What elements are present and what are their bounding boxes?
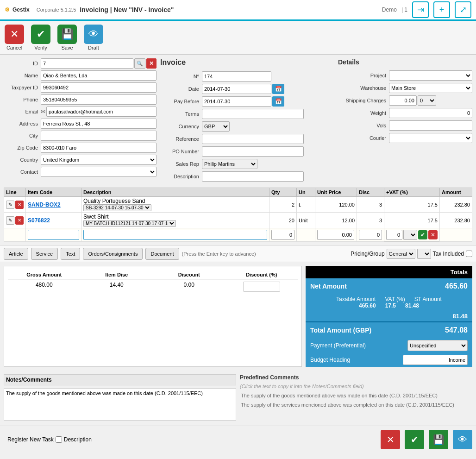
reference-input[interactable] (202, 134, 304, 144)
id-label: ID (4, 61, 41, 66)
budget-input[interactable] (403, 355, 468, 365)
row-vat: 17.5 (384, 197, 440, 213)
warehouse-select[interactable]: Main Store (389, 83, 472, 93)
description-input[interactable] (202, 171, 304, 182)
taxable-label: Taxable Amount (336, 296, 376, 302)
customer-id-input[interactable] (41, 58, 133, 69)
bottom-verify-button[interactable]: ✔ (405, 430, 424, 449)
customer-clear-button[interactable]: ✕ (146, 58, 157, 69)
invoice-number-input[interactable] (202, 71, 271, 82)
totals-right: Totals Net Amount 465.60 Taxable Amount … (306, 266, 472, 367)
discount-pct-header: Discount (%) (225, 270, 298, 280)
add-service-button[interactable]: Service (31, 248, 58, 260)
th-qty: Qty (269, 188, 297, 197)
verify-button[interactable]: ✔ Verify (31, 25, 50, 50)
logout-button[interactable]: ⇥ (412, 1, 429, 18)
add-line-section: Article Service Text Orders/Consignments… (0, 245, 476, 262)
paybefore-picker-button[interactable]: 📅 (272, 96, 284, 107)
pricing-select[interactable]: General (387, 249, 415, 259)
weight-input[interactable] (389, 108, 472, 118)
cancel-button[interactable]: ✕ Cancel (5, 25, 24, 50)
add-line-cancel-button[interactable]: ✕ (428, 230, 438, 239)
row-code: S076822 (26, 213, 81, 228)
predefined-item-2[interactable]: The supply of the services mencioned abo… (240, 401, 472, 409)
paybefore-label: Pay Before (160, 99, 202, 104)
taxpayer-row: Taxpayer ID (4, 82, 157, 93)
vols-input[interactable] (389, 120, 472, 131)
predefined-item-1[interactable]: The supply of the goods mentioned above … (240, 392, 472, 399)
row-unit: Unit (297, 213, 315, 228)
row-edit-button[interactable]: ✎ (6, 216, 14, 225)
paybefore-input[interactable] (202, 96, 271, 107)
add-line-confirm-button[interactable]: ✔ (418, 230, 427, 239)
description-label: Description (160, 174, 202, 179)
address-input[interactable] (41, 119, 157, 129)
payment-select[interactable]: Unspecified (407, 340, 468, 351)
phone-input[interactable] (41, 94, 157, 105)
zipcode-input[interactable] (41, 143, 157, 153)
shipping-amount-input[interactable] (389, 95, 417, 106)
vat-type-select[interactable] (403, 230, 417, 240)
discount-value: 0.00 (153, 280, 225, 290)
taxpayer-input[interactable] (41, 82, 157, 93)
header-actions: Demo | 1 ⇥ + ⤢ (382, 1, 471, 18)
draft-label: Draft (88, 45, 99, 50)
new-line-desc-input[interactable] (83, 230, 267, 240)
bottom-save-button[interactable]: 💾 (429, 430, 448, 449)
register-task-checkbox[interactable] (56, 436, 62, 443)
bottom-toolbar: Register New Task Description ✕ ✔ 💾 👁 (0, 426, 476, 453)
add-orders-button[interactable]: Orders/Consignments (83, 248, 143, 260)
add-article-button[interactable]: Article (4, 248, 28, 260)
terms-input[interactable] (202, 109, 304, 119)
notes-textarea[interactable]: The supply of the goods mentioned above … (4, 388, 236, 421)
batch-select[interactable]: SB-3292 14-07-30 15-07-30 (83, 204, 151, 211)
discount-pct-input[interactable] (243, 282, 280, 292)
date-input[interactable] (202, 84, 271, 94)
vat-detail-values: 465.60 17.5 81.48 (310, 302, 468, 309)
row-description: Swet Shirt MY-BATCH-ID112121 14-07-30 17… (81, 213, 269, 228)
new-line-price-input[interactable] (317, 230, 354, 240)
gross-amount-header: Gross Amount (8, 270, 81, 280)
country-select[interactable]: United Kingdom Portugal Spain (41, 155, 157, 165)
date-picker-button[interactable]: 📅 (272, 84, 284, 94)
bottom-cancel-button[interactable]: ✕ (381, 430, 400, 449)
currency-select[interactable]: GBP EUR USD (202, 121, 230, 132)
notes-title: Notes/Comments (4, 374, 236, 385)
tax-included-checkbox[interactable] (466, 251, 472, 257)
salesrep-select[interactable]: Philip Martins (202, 159, 257, 169)
discount-header: Discount (153, 270, 225, 280)
ponumber-input[interactable] (202, 146, 304, 157)
city-input[interactable] (41, 131, 157, 141)
new-line-code-input[interactable] (28, 230, 79, 240)
new-line-vat-input[interactable] (386, 230, 402, 240)
customer-search-button[interactable]: 🔍 (134, 58, 145, 69)
batch-select[interactable]: MY-BATCH-ID112121 14-07-30 17-07-16 (83, 220, 176, 227)
row-delete-button[interactable]: ✕ (15, 216, 24, 225)
save-button[interactable]: 💾 Save (57, 25, 77, 50)
add-button[interactable]: + (433, 1, 450, 18)
details-title: Details (338, 58, 472, 66)
new-line-qty-input[interactable] (271, 230, 294, 240)
add-text-button[interactable]: Text (61, 248, 80, 260)
new-line-disc-input[interactable] (359, 230, 382, 240)
item-code-link[interactable]: SAND-BOX2 (28, 201, 61, 208)
fullscreen-button[interactable]: ⤢ (455, 1, 471, 18)
contact-select[interactable] (41, 167, 157, 177)
draft-button[interactable]: 👁 Draft (84, 25, 103, 50)
taxable-value: 465.60 (359, 302, 376, 309)
shipping-type-select[interactable]: 0 (418, 95, 436, 106)
row-edit-button[interactable]: ✎ (6, 201, 14, 209)
add-document-button[interactable]: Document (145, 248, 179, 260)
shipping-label: Shipping Charges (338, 98, 389, 103)
phone-row: Phone (4, 94, 157, 105)
courier-select[interactable] (389, 133, 472, 143)
logo-text: Gestix (13, 6, 30, 13)
bottom-draft-button[interactable]: 👁 (453, 430, 472, 449)
row-delete-button[interactable]: ✕ (15, 201, 24, 209)
pricing-sub-select[interactable] (417, 249, 431, 259)
item-code-link[interactable]: S076822 (28, 217, 50, 224)
email-input[interactable] (46, 107, 157, 117)
payment-label: Payment (Preferential) (310, 342, 366, 349)
customer-name-input[interactable] (41, 70, 157, 81)
project-select[interactable] (389, 70, 472, 81)
